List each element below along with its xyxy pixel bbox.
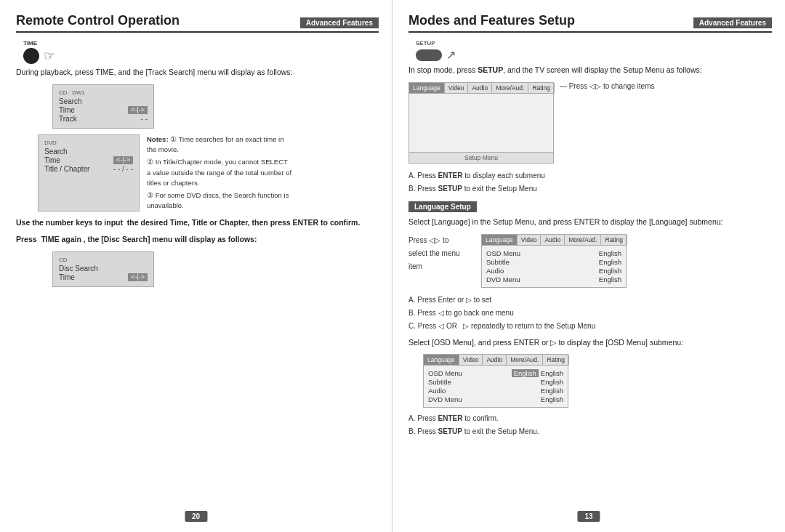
notes-box: Notes: ① Time searches for an exact time… [147,134,292,211]
cd-menu-box-1: CD DW1 Search Time <-|-> Track - - [52,84,154,129]
lang-menu-box: Language Video Audio More/Aud. Rating OS… [481,234,627,288]
use-text: Use the number keys to input the desired… [16,217,379,229]
lang-row-subtitle: Subtitle English [486,258,621,266]
left-title: Remote Control Operation [16,13,300,28]
page-container: Remote Control Operation Advanced Featur… [0,0,785,532]
right-page-number: 13 [577,511,600,522]
lang-menu-wrap: Press ◁▷ toselect the menuitem Language … [408,234,772,288]
osd-row-osd: OSD Menu English English [428,369,563,377]
osd-row-dvdmenu: DVD Menu English [428,395,563,403]
intro-text: During playback, press TIME, and the [Tr… [16,67,379,78]
right-header: Modes and Features Setup Advanced Featur… [408,13,772,33]
press-time-text: Press TIME again , the [Disc Search] men… [16,234,379,246]
lang-row-dvdmenu: DVD Menu English [486,275,621,283]
lang-tab-language[interactable]: Language [482,235,518,245]
setup-button[interactable] [416,49,442,61]
osd-menu-box: Language Video Audio More/Aud. Rating OS… [423,354,568,408]
cd-label: CD DW1 [59,89,148,96]
menu-row-time-3: Time <-|-> [59,273,148,281]
dvd-menu-box: DVD Search Time <-|-> Title / Chapter - … [38,134,140,211]
menu-row-search-2: Search [44,148,133,156]
tab-audio[interactable]: Audio [468,83,492,93]
osd-tab-more[interactable]: More/Aud. [507,355,543,365]
tab-language[interactable]: Language [409,83,445,93]
left-section: Remote Control Operation Advanced Featur… [0,0,392,532]
menu-row-track-1: Track - - [59,115,148,123]
cd-disc-search-box: CD Disc Search Time <-|-> [52,251,154,287]
setup-notes-a: A. Press ENTER to display each submenu B… [408,169,772,196]
osd-text: Select [OSD Menu], and press ENTER or ▷ … [408,337,772,349]
tab-rating[interactable]: Rating [528,83,555,93]
osd-tab-language[interactable]: Language [424,355,459,365]
lang-tab-audio[interactable]: Audio [541,235,565,245]
osd-menu-wrap: Language Video Audio More/Aud. Rating OS… [423,354,772,408]
left-page-number: 20 [185,511,207,522]
lang-menu-content: OSD Menu English Subtitle English Audio … [482,246,626,287]
left-header: Remote Control Operation Advanced Featur… [16,13,379,33]
setup-arrow-icon: ↗ [446,48,456,62]
menu-row-search-1: Search [59,97,148,105]
language-setup-label: Language Setup [408,201,477,212]
time-button[interactable] [23,48,39,64]
time-label: TIME [23,40,379,47]
lang-notes: A. Press Enter or ▷ to set B. Press ◁ to… [408,294,772,333]
osd-notes: A. Press ENTER to confirm. B. Press SETU… [408,412,772,438]
lang-select-text: Select [Language] in the Setup Menu, and… [408,217,772,228]
right-badge: Advanced Features [693,17,772,28]
tab-video[interactable]: Video [445,83,469,93]
lang-menu-tabs: Language Video Audio More/Aud. Rating [482,235,626,246]
right-intro-text: In stop mode, press SETUP, and the TV sc… [408,65,772,76]
lang-row-audio: Audio English [486,267,621,275]
osd-menu-tabs: Language Video Audio More/Aud. Rating [424,355,568,366]
setup-menu-box: Language Video Audio More/Aud. Rating Se… [408,82,554,164]
lang-tab-rating[interactable]: Rating [601,235,627,245]
osd-value-english-selected: English [512,369,539,377]
right-section: Modes and Features Setup Advanced Featur… [392,0,785,532]
setup-menu-footer: Setup Menu [409,152,553,163]
osd-tab-video[interactable]: Video [459,355,483,365]
setup-menu-content [409,94,553,152]
menu-row-disc-search: Disc Search [59,265,148,273]
lang-tab-video[interactable]: Video [518,235,542,245]
left-badge: Advanced Features [300,17,379,28]
osd-menu-content: OSD Menu English English Subtitle Englis… [424,366,568,407]
lang-row-osd: OSD Menu English [486,249,621,257]
menu-row-time-2: Time <-|-> [44,156,133,164]
finger-icon: ☞ [44,48,55,64]
menu-row-title-chapter: Title / Chapter - - / - - [44,165,133,173]
press-change-note: — Press ◁▷ to change items [560,82,655,90]
osd-tab-audio[interactable]: Audio [483,355,507,365]
notes-label: Notes: [147,135,169,143]
press-select-block: Press ◁▷ toselect the menuitem [408,234,474,273]
cd-label2: CD [59,257,148,263]
osd-row-audio: Audio English [428,387,563,395]
lang-tab-more[interactable]: More/Aud. [565,235,601,245]
dvd-label: DVD [44,140,133,146]
osd-tab-rating[interactable]: Rating [543,355,569,365]
right-title: Modes and Features Setup [408,13,693,28]
menu-row-time-1: Time <-|-> [59,106,148,114]
tab-more-aud[interactable]: More/Aud. [492,83,528,93]
setup-menu-wrap: Language Video Audio More/Aud. Rating Se… [408,82,772,164]
setup-label: SETUP [416,40,772,47]
osd-row-subtitle: Subtitle English [428,378,563,386]
setup-menu-tabs: Language Video Audio More/Aud. Rating [409,83,553,94]
osd-value-english: English [541,369,563,377]
